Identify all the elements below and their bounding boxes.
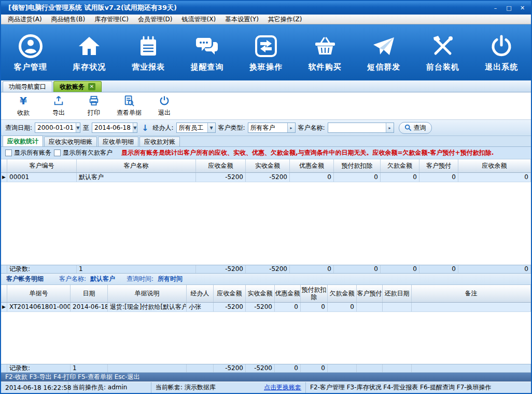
operator-label: 经办人: bbox=[152, 124, 173, 132]
column-header[interactable]: 客户编号 bbox=[7, 159, 77, 172]
toolbar-button-frontdesk-build[interactable]: 前台装机 bbox=[413, 24, 472, 80]
tab-bar: 功能导航窗口 收款账务 ✕ bbox=[1, 80, 531, 92]
toolbar-button-reminders[interactable]: 提醒查询 bbox=[178, 24, 237, 80]
data-cell: 0 bbox=[458, 173, 531, 182]
subtab-receivable-reconcile[interactable]: 应收款对账 bbox=[139, 137, 180, 146]
data-cell: 0 bbox=[328, 303, 357, 311]
toolbar-button-label: 换班操作 bbox=[249, 62, 283, 72]
hotkey-hint-text: F2-收款 F3-导出 F4-打印 F5-查看单据 Esc-退出 bbox=[5, 373, 140, 382]
action-button-label: 查看单据 bbox=[117, 108, 142, 117]
status-hotkeys: F2-客户管理 F3-库存状况 F4-营业报表 F6-提醒查询 F7-换班操作 bbox=[306, 382, 531, 393]
house-icon bbox=[76, 33, 102, 59]
toolbar-button-buy-software[interactable]: 软件购买 bbox=[296, 24, 355, 80]
column-header[interactable]: 优惠金额 bbox=[290, 159, 334, 172]
table-row[interactable]: ▶ XT2014061801-0001 2014-06-18 退货:[现金]付款… bbox=[1, 303, 531, 312]
subtab-receivable-stats[interactable]: 应收款统计 bbox=[3, 135, 43, 146]
data-cell: 0 bbox=[301, 303, 328, 311]
column-header[interactable]: 客户名称 bbox=[77, 159, 196, 172]
data-cell: 小张 bbox=[187, 303, 214, 311]
menu-item-inventory[interactable]: 库存管理(C) bbox=[90, 15, 133, 24]
close-icon[interactable]: ✕ bbox=[517, 4, 528, 12]
toolbar-button-label: 前台装机 bbox=[426, 62, 459, 72]
show-all-accounts-checkbox[interactable]: 显示所有账务 bbox=[5, 148, 51, 157]
customer-name-value bbox=[328, 123, 386, 132]
search-button[interactable]: 查询 bbox=[399, 122, 432, 134]
show-all-debtors-checkbox[interactable]: 显示所有欠款客户 bbox=[54, 148, 113, 157]
column-header[interactable]: 备注 bbox=[412, 285, 531, 302]
operator-select[interactable]: 所有员工 ▼ bbox=[176, 123, 216, 133]
column-header[interactable]: 欠款金额 bbox=[328, 285, 357, 302]
subtab-receivable-received-detail[interactable]: 应收实收明细账 bbox=[44, 137, 97, 146]
menu-item-sales[interactable]: 商品销售(B) bbox=[47, 15, 90, 24]
export-button[interactable]: 导出 bbox=[43, 94, 75, 118]
menu-item-other[interactable]: 其它操作(Z) bbox=[263, 15, 307, 24]
footer-cell: -5200 bbox=[246, 265, 290, 273]
column-header[interactable]: 客户预付 bbox=[357, 285, 383, 302]
toolbar-button-sms[interactable]: 短信群发 bbox=[354, 24, 413, 80]
exit-button[interactable]: 退出 bbox=[148, 94, 180, 118]
footer-cell: -5200 bbox=[246, 364, 275, 372]
toolbar-button-label: 客户管理 bbox=[14, 62, 47, 72]
menu-item-members[interactable]: 会员管理(D) bbox=[133, 15, 177, 24]
menu-item-purchase[interactable]: 商品进货(A) bbox=[3, 15, 47, 24]
data-cell: 退货:[现金]付款给[默认客户 bbox=[108, 303, 187, 311]
table-row[interactable]: ▶ 00001 默认客户 -5200 -5200 0 0 0 0 0 bbox=[1, 173, 531, 182]
data-cell: 0 bbox=[275, 303, 301, 311]
toolbar-button-label: 退出系统 bbox=[485, 62, 518, 72]
view-document-button[interactable]: 查看单据 bbox=[113, 94, 145, 118]
column-header[interactable]: 实收金额 bbox=[246, 159, 290, 172]
menu-item-settings[interactable]: 基本设置(Y) bbox=[220, 15, 263, 24]
shopping-basket-icon bbox=[312, 33, 338, 59]
window-controls: – □ ✕ bbox=[490, 4, 528, 12]
maximize-icon[interactable]: □ bbox=[503, 4, 514, 12]
data-cell: 0 bbox=[290, 173, 334, 182]
print-button[interactable]: 打印 bbox=[78, 94, 110, 118]
column-header[interactable]: 优惠金额 bbox=[275, 285, 301, 302]
detail-table-body: ▶ XT2014061801-0001 2014-06-18 退货:[现金]付款… bbox=[1, 303, 531, 364]
tab-label: 收款账务 bbox=[60, 83, 85, 91]
toolbar-button-label: 软件购买 bbox=[309, 62, 342, 72]
toolbar-button-customers[interactable]: 客户管理 bbox=[1, 24, 60, 80]
window-title: [领智]电脑行业管理系统 试用版v7.2(试用期还有39天) bbox=[8, 3, 490, 12]
footer-cell bbox=[412, 364, 531, 372]
receive-payment-button[interactable]: ¥ 收款 bbox=[7, 94, 39, 118]
subtab-receivable-docs[interactable]: 应收单明细 bbox=[98, 137, 138, 146]
customer-type-select[interactable]: 所有客户 ▸ bbox=[248, 123, 296, 133]
swap-arrows-icon bbox=[253, 33, 279, 59]
app-window: [领智]电脑行业管理系统 试用版v7.2(试用期还有39天) – □ ✕ 商品进… bbox=[0, 0, 532, 394]
data-cell: 0 bbox=[381, 173, 419, 182]
toolbar-button-reports[interactable]: 营业报表 bbox=[119, 24, 178, 80]
customer-name-input[interactable]: ▸ bbox=[328, 123, 394, 133]
switch-account-link[interactable]: 点击更换账套 bbox=[264, 383, 301, 392]
column-header[interactable]: 应收金额 bbox=[196, 159, 246, 172]
chevron-down-icon: ▼ bbox=[207, 123, 215, 132]
column-header[interactable]: 预付款扣除 bbox=[301, 285, 328, 302]
toolbar-button-shift-change[interactable]: 换班操作 bbox=[236, 24, 296, 80]
column-header[interactable]: 还款日期 bbox=[383, 285, 412, 302]
date-from-select[interactable]: 2000-01-01 ▼ bbox=[35, 123, 80, 133]
column-header[interactable]: 应收余额 bbox=[458, 159, 531, 172]
column-header[interactable]: 单据说明 bbox=[108, 285, 187, 302]
toolbar-button-exit[interactable]: 退出系统 bbox=[472, 24, 531, 80]
column-header[interactable]: 日期 bbox=[71, 285, 108, 302]
column-header[interactable]: 应收金额 bbox=[214, 285, 246, 302]
column-header[interactable]: 预付款扣除 bbox=[334, 159, 381, 172]
minimize-icon[interactable]: – bbox=[490, 4, 501, 12]
tab-receipt-accounts[interactable]: 收款账务 ✕ bbox=[53, 81, 102, 92]
footer-cell bbox=[108, 364, 187, 372]
column-header[interactable]: 经办人 bbox=[187, 285, 214, 302]
column-header[interactable]: 客户预付 bbox=[419, 159, 458, 172]
notebook-icon bbox=[135, 33, 161, 59]
column-header[interactable]: 实收金额 bbox=[246, 285, 275, 302]
date-to-select[interactable]: 2014-06-18 ▼ bbox=[92, 123, 137, 133]
menu-item-cashflow[interactable]: 钱流管理(X) bbox=[177, 15, 221, 24]
data-cell: 0 bbox=[334, 173, 381, 182]
toolbar-button-inventory[interactable]: 库存状况 bbox=[60, 24, 119, 80]
tab-function-nav[interactable]: 功能导航窗口 bbox=[3, 81, 52, 92]
gutter-cell bbox=[1, 159, 7, 172]
column-header[interactable]: 欠款金额 bbox=[381, 159, 419, 172]
record-count-value: 1 bbox=[77, 265, 196, 273]
tab-close-icon[interactable]: ✕ bbox=[88, 83, 95, 90]
apply-date-arrow-icon[interactable]: ↓ bbox=[140, 123, 150, 133]
column-header[interactable]: 单据号 bbox=[7, 285, 71, 302]
